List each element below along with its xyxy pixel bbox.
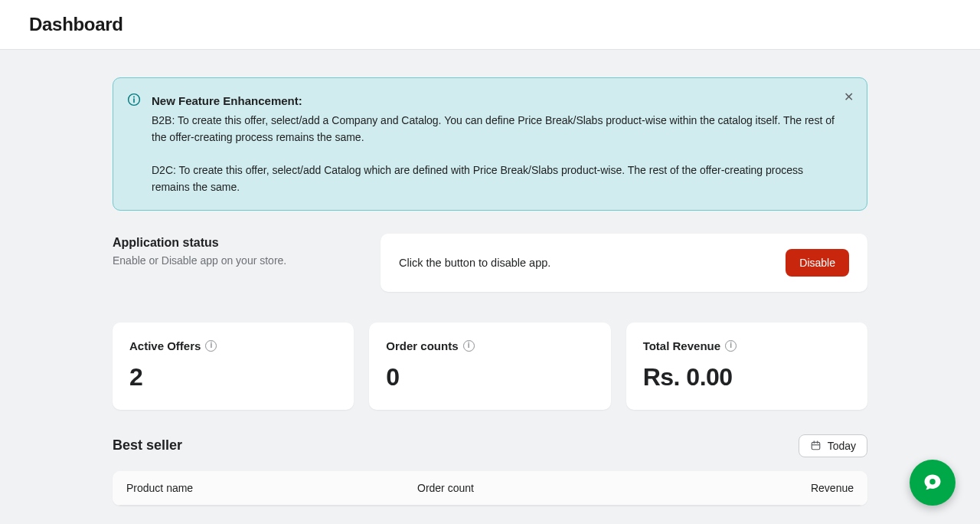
th-product-name: Product name bbox=[126, 482, 417, 494]
bestseller-head: Best seller Today bbox=[113, 434, 867, 457]
stat-label-order-counts: Order counts i bbox=[386, 339, 474, 352]
content-area: New Feature Enhancement: B2B: To create … bbox=[113, 50, 867, 506]
stats-row: Active Offers i 2 Order counts i 0 Total… bbox=[113, 323, 867, 410]
stat-card-order-counts: Order counts i 0 bbox=[369, 323, 610, 410]
info-icon bbox=[127, 93, 141, 106]
date-filter-label: Today bbox=[828, 440, 856, 452]
info-icon[interactable]: i bbox=[205, 340, 217, 352]
app-status-card: Click the button to disable app. Disable bbox=[381, 234, 867, 292]
stat-value-active-offers: 2 bbox=[129, 363, 337, 391]
chat-icon bbox=[922, 472, 943, 493]
th-order-count: Order count bbox=[417, 482, 762, 494]
info-icon[interactable]: i bbox=[725, 340, 737, 352]
stat-label-total-revenue: Total Revenue i bbox=[643, 339, 737, 352]
bestseller-table: Product name Order count Revenue bbox=[113, 471, 867, 506]
bestseller-heading: Best seller bbox=[113, 437, 182, 454]
app-status-sub: Enable or Disable app on your store. bbox=[113, 254, 358, 267]
page-title: Dashboard bbox=[29, 14, 951, 35]
chat-fab[interactable] bbox=[910, 460, 956, 506]
date-filter-button[interactable]: Today bbox=[799, 434, 867, 457]
svg-rect-3 bbox=[812, 443, 820, 450]
stat-card-total-revenue: Total Revenue i Rs. 0.00 bbox=[626, 323, 867, 410]
banner-title: New Feature Enhancement: bbox=[152, 92, 836, 110]
close-icon[interactable]: ✕ bbox=[841, 89, 856, 104]
stat-card-active-offers: Active Offers i 2 bbox=[113, 323, 354, 410]
calendar-icon bbox=[810, 440, 822, 451]
app-status-heading: Application status bbox=[113, 236, 358, 250]
th-revenue: Revenue bbox=[762, 482, 854, 494]
app-status-card-text: Click the button to disable app. bbox=[399, 257, 550, 269]
svg-point-7 bbox=[929, 479, 935, 484]
banner-text-b2b: B2B: To create this offer, select/add a … bbox=[152, 113, 836, 146]
banner-text-d2c: D2C: To create this offer, select/add Ca… bbox=[152, 162, 836, 195]
disable-button[interactable]: Disable bbox=[786, 249, 849, 277]
stat-value-order-counts: 0 bbox=[386, 363, 593, 391]
banner-body: New Feature Enhancement: B2B: To create … bbox=[152, 92, 836, 196]
stat-value-total-revenue: Rs. 0.00 bbox=[643, 363, 851, 391]
info-icon[interactable]: i bbox=[463, 340, 475, 352]
info-banner: New Feature Enhancement: B2B: To create … bbox=[113, 77, 867, 211]
svg-point-2 bbox=[133, 96, 135, 97]
bestseller-thead: Product name Order count Revenue bbox=[113, 471, 867, 506]
header-bar: Dashboard bbox=[0, 0, 980, 50]
app-status-section: Application status Enable or Disable app… bbox=[113, 234, 867, 292]
stat-label-active-offers: Active Offers i bbox=[129, 339, 217, 352]
app-status-text: Application status Enable or Disable app… bbox=[113, 234, 358, 292]
